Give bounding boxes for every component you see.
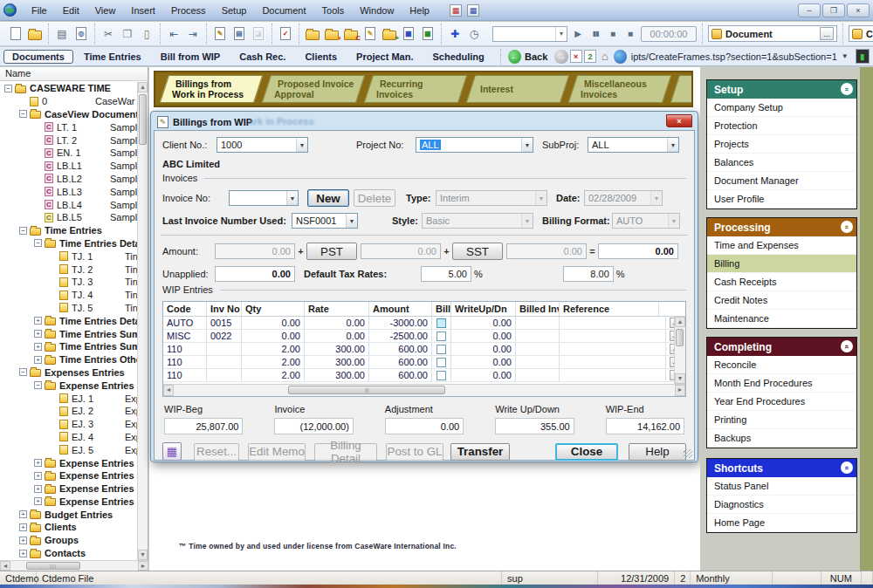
paste-icon[interactable]: ▯: [139, 26, 155, 42]
banner-tab-proposed-invoice[interactable]: Proposed InvoiceApproval: [262, 75, 365, 103]
add-timer-icon[interactable]: ✚: [447, 26, 463, 42]
expand-icon[interactable]: +: [19, 510, 27, 518]
edit-document-icon[interactable]: ✎: [212, 26, 228, 42]
amount-field-1[interactable]: 0.00: [215, 243, 295, 259]
tree-item[interactable]: TJ. 5Tin: [0, 302, 138, 315]
column-header-qty[interactable]: Qty: [242, 302, 305, 316]
date-combo[interactable]: 02/28/2009▼: [584, 190, 663, 206]
tree-item[interactable]: CLB.L5Sampl: [0, 211, 138, 224]
column-header-reference[interactable]: Reference: [560, 302, 659, 316]
tree-item[interactable]: CLT. 1Sampl: [0, 120, 138, 133]
scroll-left-icon[interactable]: ◄: [0, 561, 10, 571]
open-folder-icon[interactable]: [27, 26, 43, 42]
close-window-button[interactable]: ×: [847, 3, 870, 17]
tree-item[interactable]: +Groups: [0, 534, 138, 547]
table-scroll-right-icon[interactable]: ►: [675, 385, 685, 396]
expand-icon[interactable]: +: [34, 343, 42, 351]
import-document-icon[interactable]: ▦: [420, 26, 436, 42]
tree-item[interactable]: −Expenses Entries: [0, 366, 138, 379]
column-header-bill[interactable]: Bill: [432, 302, 451, 316]
expand-icon[interactable]: +: [34, 472, 42, 480]
tree-item[interactable]: −Expense Entries De: [0, 379, 138, 392]
bill-checkbox[interactable]: [436, 371, 446, 380]
sidebar-item-status-panel[interactable]: Status Panel: [707, 477, 856, 496]
tree-item[interactable]: +Time Entries Summ: [0, 327, 138, 340]
menu-tools[interactable]: Tools: [314, 3, 353, 18]
scroll-up-icon[interactable]: ▲: [138, 82, 148, 92]
tree-scroll-thumb[interactable]: [139, 94, 147, 145]
expand-icon[interactable]: +: [19, 550, 27, 557]
column-header-code[interactable]: Code: [163, 302, 207, 316]
tree-item[interactable]: +Expense Entries Otl: [0, 496, 138, 509]
timer-stop-icon[interactable]: ■: [606, 27, 620, 41]
panel-header-shortcuts[interactable]: Shortcuts«: [707, 459, 856, 477]
tree-item[interactable]: −CaseView Documents: [0, 108, 138, 121]
tab-time-entries[interactable]: Time Entries: [75, 50, 150, 64]
tree-item[interactable]: −Time Entries: [0, 224, 138, 237]
dialog-titlebar[interactable]: ✎ Billings from WIP ork in Process ×: [154, 113, 695, 130]
new-folder-icon[interactable]: +: [382, 26, 397, 42]
tab-clients[interactable]: Clients: [296, 50, 346, 64]
expand-icon[interactable]: +: [34, 459, 42, 467]
collapse-chevron-icon[interactable]: «: [841, 83, 853, 95]
banner-tab-recurring[interactable]: RecurringInvoices: [364, 75, 467, 103]
amount-field-3[interactable]: 0.00: [506, 243, 587, 259]
scroll-down-icon[interactable]: ▼: [138, 550, 148, 560]
new-button[interactable]: New: [307, 189, 349, 207]
copy-icon[interactable]: ❐: [120, 26, 135, 42]
collapse-icon[interactable]: −: [19, 227, 27, 235]
url-address[interactable]: ipts/CreateFrames.tsp?section=1&subSecti…: [631, 51, 837, 62]
sst-button[interactable]: SST: [452, 243, 503, 260]
expand-icon[interactable]: +: [34, 317, 42, 325]
banner-tab-billings-from[interactable]: Billings fromWork in Process: [160, 75, 263, 103]
timer-record-icon[interactable]: ■: [623, 27, 637, 41]
tree-item[interactable]: EJ. 1Exp: [0, 392, 138, 405]
collapse-chevron-icon[interactable]: «: [841, 221, 853, 233]
tree-item[interactable]: EJ. 3Exp: [0, 418, 138, 431]
delete-button[interactable]: Delete: [354, 189, 395, 207]
pst-button[interactable]: PST: [306, 243, 357, 260]
tax-rate-1-field[interactable]: 5.00: [421, 266, 471, 282]
sidebar-item-credit-notes[interactable]: Credit Notes: [707, 291, 856, 310]
tree-item[interactable]: +Expense Entries Su: [0, 469, 138, 482]
calendar-icon[interactable]: ▦: [467, 4, 479, 17]
time-entries-folder-icon[interactable]: ●: [324, 26, 340, 42]
minimize-button[interactable]: –: [798, 3, 821, 17]
url-dropdown-icon[interactable]: ▼: [842, 52, 849, 60]
tree-item[interactable]: −Time Entries Detail: [0, 237, 138, 250]
tree-vertical-scrollbar[interactable]: ▲ ▼: [137, 82, 148, 560]
document-properties-icon[interactable]: ▤: [231, 26, 247, 42]
dialog-close-button[interactable]: ×: [666, 114, 692, 127]
restore-button[interactable]: ❐: [822, 3, 845, 17]
table-horizontal-scrollbar[interactable]: ◄|||►: [163, 384, 685, 396]
edit-entries-icon[interactable]: ✎: [362, 26, 378, 42]
tree-horizontal-scrollbar[interactable]: ◄ ||| ►: [0, 560, 148, 571]
delete-row-icon[interactable]: ⇥: [185, 26, 201, 42]
tree-item[interactable]: CLB.L1Sampl: [0, 160, 138, 173]
client-reference-field[interactable]: Client: [849, 25, 873, 42]
subproj-combo[interactable]: ALL▼: [588, 137, 679, 153]
tree-item[interactable]: 0CaseWar: [0, 95, 138, 108]
invoice-no-combo[interactable]: ▼: [229, 190, 299, 206]
panel-header-processing[interactable]: Processing«: [707, 218, 856, 236]
documents-folder-icon[interactable]: [305, 26, 320, 42]
tree-item[interactable]: CLB.L4Sampl: [0, 198, 138, 211]
column-header-amount[interactable]: Amount: [369, 302, 432, 316]
table-hscroll-thumb[interactable]: |||: [288, 386, 445, 394]
client-no-combo[interactable]: 1000▼: [217, 137, 308, 153]
menu-process[interactable]: Process: [163, 3, 214, 18]
timer-entry-combo[interactable]: ▼: [492, 26, 567, 42]
sidebar-item-billing[interactable]: Billing: [707, 255, 856, 273]
menu-insert[interactable]: Insert: [123, 3, 163, 18]
bill-checkbox[interactable]: [436, 332, 446, 341]
table-vertical-scrollbar[interactable]: ▲ ▼: [674, 317, 685, 384]
sidebar-item-balances[interactable]: Balances: [707, 154, 856, 172]
sidebar-item-reconcile[interactable]: Reconcile: [707, 356, 856, 374]
panel-header-completing[interactable]: Completing«: [707, 338, 856, 356]
export-document-icon[interactable]: ▦: [401, 26, 416, 42]
menu-help[interactable]: Help: [402, 3, 437, 18]
tree-item[interactable]: +Time Entries Summ: [0, 340, 138, 353]
table-row[interactable]: 1102.00300.00600.000.00+: [163, 369, 685, 382]
tree-item[interactable]: CLT. 2Sampl: [0, 133, 138, 147]
expand-icon[interactable]: +: [34, 497, 42, 505]
